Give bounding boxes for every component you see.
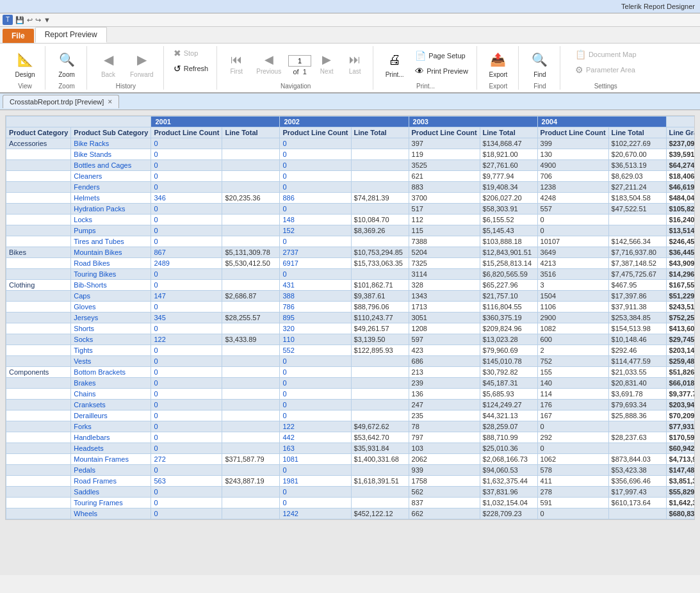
- save-icon[interactable]: 💾: [15, 16, 24, 24]
- back-label: Back: [101, 71, 115, 78]
- forward-button[interactable]: ▶ Forward: [126, 46, 158, 81]
- export-label: Export: [489, 71, 507, 78]
- empty-header: [6, 117, 151, 127]
- find-button[interactable]: 🔍 Find: [525, 46, 555, 81]
- next-button[interactable]: ▶ Next: [314, 49, 339, 78]
- col-header-row: Product Category Product Sub Category Pr…: [6, 127, 696, 138]
- export-icon: 📤: [488, 49, 509, 70]
- app-title: Telerik Report Designer: [621, 3, 695, 10]
- view-group: 📐 Design View: [5, 46, 45, 90]
- last-label: Last: [349, 68, 361, 75]
- report-preview-tab[interactable]: Report Preview: [35, 27, 107, 43]
- undo-icon[interactable]: ↩: [27, 16, 33, 24]
- parameter-area-label: Parameter Area: [586, 66, 635, 74]
- table-row: Brakes00239$45,187.31140$20,831.40$66,01…: [6, 378, 696, 389]
- app-icon: T: [3, 15, 13, 25]
- refresh-label: Refresh: [184, 65, 209, 72]
- print-group: 🖨 Print... 📄 Page Setup 👁 Print Preview …: [375, 46, 477, 90]
- stop-button[interactable]: ✖ Stop: [170, 46, 212, 60]
- history-group-label: History: [94, 81, 158, 90]
- table-row: Locks0148$10,084.70112$6,155.520$16,240.…: [6, 215, 696, 225]
- year-2003-header: 2003: [409, 117, 537, 127]
- find-icon: 🔍: [530, 49, 550, 70]
- table-row: Headsets0163$35,931.84103$25,010.360$60,…: [6, 443, 696, 454]
- col-2004-total: Line Total: [608, 127, 666, 138]
- table-row: BikesMountain Bikes867$5,131,309.782737$…: [6, 247, 696, 258]
- table-row: Shorts0320$49,261.571208$209,824.961082$…: [6, 323, 696, 334]
- back-button[interactable]: ◀ Back: [94, 46, 123, 81]
- forward-icon: ▶: [131, 49, 152, 70]
- window-controls: T 💾 ↩ ↪ ▼: [0, 13, 700, 27]
- ribbon: File Report Preview 📐 Design View 🔍 Zoom…: [0, 27, 700, 93]
- col-product-sub-category: Product Sub Category: [71, 127, 151, 138]
- zoom-button[interactable]: 🔍 Zoom: [52, 46, 81, 81]
- table-row: Fenders00883$19,408.341238$27,211.24$46,…: [6, 182, 696, 193]
- zoom-icon: 🔍: [56, 49, 77, 70]
- table-row: ComponentsBottom Brackets00213$30,792.82…: [6, 367, 696, 378]
- page-total: 1: [303, 68, 307, 76]
- year-header-row: 2001 2002 2003 2004: [6, 117, 696, 127]
- table-row: Cleaners00621$9,777.94706$8,629.03$18,40…: [6, 171, 696, 182]
- print-preview-icon: 👁: [415, 66, 424, 76]
- refresh-icon: ↺: [174, 63, 181, 74]
- forward-label: Forward: [130, 71, 154, 78]
- find-label: Find: [533, 71, 546, 78]
- col-2001-plcount: Product Line Count: [151, 127, 222, 138]
- doc-tab-label: CrosstabReport.trdp [Preview]: [10, 98, 104, 106]
- doc-tab-close[interactable]: ×: [108, 97, 112, 106]
- document-map-button[interactable]: 📋 Document Map: [572, 47, 640, 61]
- zoom-group-label: Zoom: [52, 81, 81, 90]
- table-row: Gloves0786$88,796.061713$116,804.551106$…: [6, 302, 696, 313]
- page-setup-button[interactable]: 📄 Page Setup: [412, 49, 471, 63]
- zoom-label: Zoom: [58, 71, 75, 78]
- table-row: Pedals00939$94,060.53578$53,423.38$147,4…: [6, 465, 696, 476]
- print-label: Print...: [386, 71, 404, 78]
- document-map-label: Document Map: [589, 51, 637, 58]
- col-2003-total: Line Total: [480, 127, 537, 138]
- table-body: AccessoriesBike Racks00397$134,868.47399…: [6, 138, 696, 519]
- first-button[interactable]: ⏮ First: [224, 50, 249, 78]
- table-row: Caps147$2,686.87388$9,387.611343$21,757.…: [6, 291, 696, 302]
- table-row: Mountain Frames272$371,587.791081$1,400,…: [6, 454, 696, 465]
- export-group: 📤 Export Export: [478, 46, 519, 90]
- table-row: Chains00136$5,685.93114$3,691.78$9,377.7…: [6, 389, 696, 400]
- export-group-label: Export: [484, 81, 513, 90]
- first-label: First: [230, 68, 242, 75]
- col-2001-total: Line Total: [222, 127, 280, 138]
- report-content[interactable]: 2001 2002 2003 2004 Product Category Pro…: [0, 110, 700, 575]
- refresh-button[interactable]: ↺ Refresh: [170, 61, 212, 76]
- ribbon-body: 📐 Design View 🔍 Zoom Zoom ◀ Back: [0, 43, 700, 92]
- document-tabs: CrosstabReport.trdp [Preview] ×: [0, 93, 700, 110]
- redo-icon[interactable]: ↪: [35, 16, 41, 24]
- file-tab[interactable]: File: [3, 29, 34, 43]
- table-row: Derailleurs00235$44,321.13167$25,888.36$…: [6, 410, 696, 421]
- col-2002-total: Line Total: [351, 127, 409, 138]
- col-2002-plcount: Product Line Count: [280, 127, 351, 138]
- table-row: Road Bikes2489$5,530,412.506917$15,733,0…: [6, 258, 696, 269]
- table-row: Touring Frames00837$1,032,154.04591$610,…: [6, 498, 696, 508]
- export-button[interactable]: 📤 Export: [484, 46, 513, 81]
- page-setup-label: Page Setup: [428, 52, 466, 60]
- customize-icon[interactable]: ▼: [44, 16, 51, 24]
- navigation-group-label: Navigation: [224, 81, 368, 90]
- previous-button[interactable]: ◀ Previous: [252, 49, 286, 78]
- table-row: Tights0552$122,895.93423$79,960.692$292.…: [6, 345, 696, 356]
- page-number-input[interactable]: [288, 55, 311, 67]
- table-row: Pumps0152$8,369.26115$5,145.430$13,514.6…: [6, 225, 696, 236]
- table-row: Jerseys345$28,255.57895$110,243.773051$3…: [6, 313, 696, 323]
- stop-refresh-label: [170, 81, 212, 90]
- print-preview-button[interactable]: 👁 Print Preview: [412, 64, 471, 78]
- table-row: Cranksets00247$124,249.27176$79,693.34$2…: [6, 400, 696, 410]
- last-button[interactable]: ⏭ Last: [342, 50, 368, 78]
- crosstab-report-tab[interactable]: CrosstabReport.trdp [Preview] ×: [3, 95, 119, 108]
- table-row: AccessoriesBike Racks00397$134,868.47399…: [6, 138, 696, 149]
- col-grand-total: Line Grand Total: [666, 127, 695, 138]
- back-icon: ◀: [98, 49, 118, 70]
- design-button[interactable]: 📐 Design: [10, 46, 40, 81]
- settings-group-label: Settings: [567, 81, 645, 90]
- parameter-area-button[interactable]: ⚙ Parameter Area: [572, 63, 640, 77]
- print-button[interactable]: 🖨 Print...: [380, 46, 409, 81]
- table-row: Road Frames563$243,887.191981$1,618,391.…: [6, 476, 696, 487]
- view-group-label: View: [10, 81, 40, 90]
- page-of-label: of 1: [293, 68, 306, 76]
